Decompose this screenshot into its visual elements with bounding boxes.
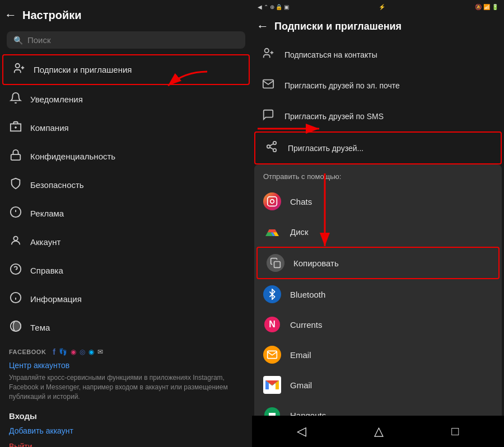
right-menu-follow-contacts[interactable]: Подписаться на контакты	[252, 39, 504, 70]
ads-icon	[9, 206, 22, 221]
menu-item-company-label: Компания	[30, 123, 69, 133]
currents-app-icon: N	[263, 316, 281, 333]
menu-item-help[interactable]: Справка	[0, 256, 252, 285]
security-icon	[9, 177, 22, 192]
right-menu-invite-email[interactable]: Пригласить друзей по эл. почте	[252, 70, 504, 101]
drive-icon	[263, 223, 281, 241]
menu-item-info-label: Информация	[30, 294, 82, 304]
menu-item-theme-label: Тема	[30, 323, 50, 332]
share-item-gmail[interactable]: Gmail	[254, 370, 502, 400]
right-menu-invite-friends-label: Пригласить друзей...	[288, 144, 363, 153]
svg-rect-35	[274, 262, 281, 268]
svg-text:N: N	[269, 319, 276, 329]
bluetooth-app-icon	[263, 285, 281, 303]
right-nav-back-icon[interactable]: ◁	[297, 424, 306, 439]
add-account-link[interactable]: Добавить аккаунт	[0, 423, 252, 439]
share-item-email[interactable]: Email	[254, 340, 502, 370]
left-page-title: Настройки	[22, 9, 82, 22]
logout-link[interactable]: Выйти	[0, 439, 252, 447]
svg-line-30	[270, 147, 273, 149]
info-icon	[9, 291, 22, 307]
menu-item-theme[interactable]: Тема	[0, 313, 252, 342]
right-menu-invite-friends[interactable]: Пригласить друзей...	[254, 131, 502, 164]
share-item-hangouts-label: Hangouts	[290, 411, 326, 416]
menu-item-account-label: Аккаунт	[30, 237, 60, 247]
menu-item-subscriptions[interactable]: Подписки и приглашения	[2, 54, 250, 85]
share-item-chats[interactable]: Chats	[254, 186, 502, 217]
menu-item-ads-label: Реклама	[30, 209, 64, 218]
right-bottom-nav: ◁ △ □	[252, 416, 504, 447]
facebook-social-icons: f 👣 ◉ ◎ ◉ ✉	[53, 347, 103, 356]
menu-item-info[interactable]: Информация	[0, 285, 252, 313]
menu-item-privacy[interactable]: Конфиденциальность	[0, 142, 252, 171]
menu-item-notifications-label: Уведомления	[30, 95, 83, 104]
entrances-label: Входы	[0, 407, 252, 423]
left-top-bar: ← Настройки	[0, 0, 252, 28]
right-menu-invite-email-label: Пригласить друзей по эл. почте	[284, 81, 400, 90]
right-menu-follow-contacts-label: Подписаться на контакты	[284, 50, 377, 59]
menu-item-company[interactable]: Компания	[0, 114, 252, 142]
account-center-link[interactable]: Центр аккаунтов	[0, 359, 252, 372]
subscriptions-icon	[12, 62, 26, 77]
left-back-button[interactable]: ←	[4, 8, 17, 22]
svg-point-28	[267, 145, 270, 148]
menu-item-ads[interactable]: Реклама	[0, 199, 252, 228]
share-item-email-label: Email	[290, 350, 311, 360]
right-nav-recents-icon[interactable]: □	[451, 424, 459, 439]
svg-point-27	[273, 142, 277, 145]
right-top-bar: ← Подписки и приглашения	[252, 13, 504, 39]
help-icon	[9, 263, 22, 278]
hangouts-app-icon	[263, 406, 281, 416]
account-icon	[9, 234, 22, 250]
share-sheet-title: Отправить с помощью:	[254, 164, 502, 186]
gmail-app-icon	[263, 376, 281, 394]
menu-item-subscriptions-label: Подписки и приглашения	[34, 65, 132, 74]
share-sheet: Отправить с помощью: Chats	[254, 164, 502, 416]
right-menu-invite-sms-label: Пригласить друзей по SMS	[284, 112, 384, 121]
status-left-icons: ◀ ⌃ ⊕ 🔒 ▣	[258, 4, 289, 10]
search-input: Поиск	[27, 35, 51, 45]
status-bar: ◀ ⌃ ⊕ 🔒 ▣ ⚡ 🔕 📶 🔋	[252, 0, 504, 13]
menu-item-account[interactable]: Аккаунт	[0, 228, 252, 256]
follow-contacts-icon	[261, 47, 276, 62]
share-item-copy-label: Копировать	[293, 258, 339, 268]
menu-item-notifications[interactable]: Уведомления	[0, 85, 252, 114]
menu-item-security[interactable]: Безопасность	[0, 171, 252, 199]
share-item-bluetooth[interactable]: Bluetooth	[254, 279, 502, 309]
share-item-currents-label: Currents	[290, 320, 323, 330]
privacy-icon	[9, 149, 22, 164]
share-item-gmail-label: Gmail	[290, 380, 312, 390]
right-back-button[interactable]: ←	[256, 19, 269, 34]
search-bar[interactable]: 🔍 Поиск	[7, 31, 245, 49]
notifications-icon	[9, 92, 22, 107]
menu-item-security-label: Безопасность	[30, 180, 84, 190]
share-item-currents[interactable]: N Currents	[254, 309, 502, 340]
copy-icon	[267, 254, 284, 272]
svg-rect-6	[11, 154, 21, 160]
invite-friends-share-icon	[264, 140, 279, 156]
invite-sms-icon	[261, 109, 276, 124]
svg-point-24	[265, 49, 269, 53]
share-item-drive-label: Диск	[290, 227, 309, 237]
account-center-desc: Управляйте кросс-сервисными функциями в …	[0, 372, 252, 407]
invite-email-icon	[261, 78, 276, 93]
right-menu-invite-sms[interactable]: Пригласить друзей по SMS	[252, 101, 504, 131]
share-item-copy[interactable]: Копировать	[256, 247, 500, 279]
share-item-bluetooth-label: Bluetooth	[290, 290, 325, 299]
email-app-icon	[263, 346, 281, 364]
share-item-chats-label: Chats	[290, 197, 312, 206]
menu-item-help-label: Справка	[30, 266, 63, 275]
right-page-title: Подписки и приглашения	[274, 21, 402, 32]
facebook-section-label: FACEBOOK	[9, 349, 46, 355]
instagram-chats-icon	[263, 192, 281, 210]
share-item-drive[interactable]: Диск	[254, 217, 502, 247]
theme-icon	[9, 320, 22, 335]
search-icon: 🔍	[13, 36, 23, 45]
right-nav-home-icon[interactable]: △	[374, 424, 384, 439]
share-item-hangouts[interactable]: Hangouts	[254, 400, 502, 416]
svg-point-29	[273, 149, 277, 152]
svg-point-10	[13, 237, 17, 241]
status-right-icons: 🔕 📶 🔋	[475, 4, 498, 10]
menu-item-privacy-label: Конфиденциальность	[30, 152, 115, 161]
company-icon	[9, 120, 22, 135]
